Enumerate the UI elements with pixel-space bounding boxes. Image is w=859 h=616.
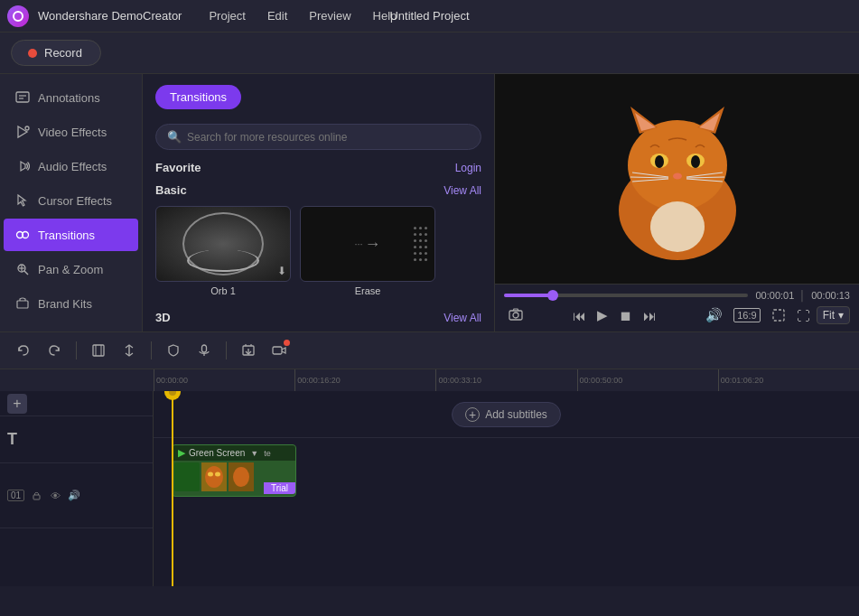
app-name: Wondershare DemoCreator <box>38 9 182 23</box>
effect-erase[interactable]: ··· → Erase <box>300 206 435 296</box>
svg-rect-45 <box>33 495 40 499</box>
favorite-section-title: Favorite <box>155 161 201 174</box>
stop-button[interactable]: ⏹ <box>614 305 637 326</box>
transitions-tab[interactable]: Transitions <box>155 85 241 109</box>
pan-zoom-icon <box>14 261 31 277</box>
playback-controls-group: ⏮ ▶ ⏹ ⏭ <box>568 304 661 326</box>
svg-point-32 <box>513 313 518 318</box>
clip-thumb-3 <box>229 462 254 491</box>
record2-button[interactable] <box>266 338 292 363</box>
add-track-button[interactable]: + <box>7 394 27 414</box>
project-title: Untitled Project <box>389 9 469 23</box>
text-track-icon: T <box>7 430 17 449</box>
ruler-mark-4: 00:01:06:20 <box>718 369 859 391</box>
video-track-row: ▶ Green Screen ▼ te Trial <box>154 438 859 503</box>
cat-image <box>578 93 777 265</box>
3d-view-all-btn[interactable]: View All <box>444 312 481 324</box>
toolbar-sep-1 <box>76 341 77 359</box>
progress-track[interactable] <box>504 294 748 297</box>
basic-section-title: Basic <box>155 183 187 197</box>
crop-tool-button[interactable] <box>86 338 111 363</box>
play-button[interactable]: ▶ <box>593 304 612 326</box>
ruler-mark-0: 00:00:00 <box>154 369 294 391</box>
playhead[interactable] <box>172 391 173 586</box>
erase-dots <box>414 227 427 261</box>
add-subtitle-button[interactable]: + Add subtitles <box>452 402 561 427</box>
fit-select[interactable]: Fit ▾ <box>817 306 850 324</box>
crop-button[interactable] <box>767 305 790 325</box>
clip-header: ▶ Green Screen ▼ te <box>173 445 295 461</box>
total-time: 00:00:13 <box>811 290 850 301</box>
audio-track-button[interactable]: 🔊 <box>66 488 82 504</box>
svg-point-23 <box>673 173 682 180</box>
timeline-area: 00:00:00 00:00:16:20 00:00:33:10 00:00:5… <box>0 369 859 586</box>
sidebar-item-annotations-label: Annotations <box>38 91 100 105</box>
sidebar-item-video-effects[interactable]: Video Effects <box>4 116 138 148</box>
basic-view-all-btn[interactable]: View All <box>444 184 481 197</box>
sidebar-item-cursor-effects-label: Cursor Effects <box>38 194 112 208</box>
svg-point-30 <box>650 201 705 252</box>
subtitle-track-label: T <box>0 416 153 463</box>
current-time: 00:00:01 <box>755 290 794 301</box>
orb-arc <box>187 249 259 272</box>
undo-button[interactable] <box>11 338 36 363</box>
sidebar-item-pan-zoom[interactable]: Pan & Zoom <box>4 253 138 285</box>
effect-orb1[interactable]: ⬇ Orb 1 <box>155 206 291 296</box>
search-bar[interactable]: 🔍 <box>155 124 481 150</box>
menu-project[interactable]: Project <box>200 5 254 26</box>
clip-options: te <box>264 449 271 458</box>
favorite-login-btn[interactable]: Login <box>455 162 481 174</box>
orb1-thumb: ⬇ <box>155 206 291 282</box>
fit-label: Fit <box>823 309 835 322</box>
toolbar-sep-2 <box>151 341 152 359</box>
eye-track-button[interactable]: 👁 <box>47 488 63 504</box>
svg-point-21 <box>655 155 664 168</box>
sidebar-item-brand-kits[interactable]: Brand Kits <box>4 287 138 320</box>
menu-preview[interactable]: Preview <box>300 5 359 26</box>
ruler-mark-1: 00:00:16:20 <box>294 369 435 391</box>
annotations-icon <box>14 89 31 106</box>
svg-point-4 <box>25 126 29 130</box>
plus-circle-icon: + <box>465 407 480 422</box>
shield-button[interactable] <box>161 338 186 363</box>
clip-color-icon: ▶ <box>178 447 185 459</box>
toolbar-sep-3 <box>226 341 227 359</box>
orb1-label: Orb 1 <box>210 285 236 296</box>
sidebar-item-brand-kits-label: Brand Kits <box>38 297 92 311</box>
video-clip[interactable]: ▶ Green Screen ▼ te Trial <box>172 444 296 497</box>
skip-back-button[interactable]: ⏮ <box>568 305 591 326</box>
sidebar-item-transitions-label: Transitions <box>38 229 95 242</box>
skip-forward-button[interactable]: ⏭ <box>639 305 661 326</box>
mic-button[interactable] <box>191 338 217 363</box>
redo-button[interactable] <box>42 338 67 363</box>
svg-point-49 <box>215 472 220 477</box>
search-icon: 🔍 <box>167 130 182 144</box>
sidebar-item-annotations[interactable]: Annotations <box>4 81 138 114</box>
ruler-mark-2: 00:00:33:10 <box>435 369 576 391</box>
sidebar-item-audio-effects[interactable]: Audio Effects <box>4 150 138 182</box>
add-subtitle-label: Add subtitles <box>485 408 547 421</box>
sidebar-item-cursor-effects[interactable]: Cursor Effects <box>4 184 138 217</box>
menu-edit[interactable]: Edit <box>258 5 296 26</box>
ruler-marks: 00:00:00 00:00:16:20 00:00:33:10 00:00:5… <box>154 369 859 391</box>
lock-track-button[interactable] <box>28 488 44 504</box>
import-button[interactable] <box>236 338 261 363</box>
fullscreen-button[interactable]: ⛶ <box>792 305 815 326</box>
clip-menu: ▼ <box>250 449 258 458</box>
aspect-ratio-button[interactable]: 16:9 <box>729 305 764 325</box>
ruler-mark-3: 00:00:50:00 <box>577 369 718 391</box>
audio-effects-icon <box>14 158 31 174</box>
screenshot-button[interactable] <box>504 305 528 325</box>
record-button[interactable]: Record <box>11 40 101 66</box>
video-display <box>495 74 859 284</box>
split-button[interactable] <box>117 338 142 363</box>
search-input[interactable] <box>187 131 470 144</box>
sidebar-item-transitions[interactable]: Transitions <box>4 219 138 251</box>
svg-point-51 <box>233 467 249 487</box>
timeline-content: + Add subtitles ▶ Green Screen ▼ te <box>154 391 859 586</box>
toolbar <box>0 331 859 369</box>
svg-rect-44 <box>273 347 282 354</box>
volume-button[interactable]: 🔊 <box>701 304 727 326</box>
download-icon: ⬇ <box>277 265 286 277</box>
panel-header: Transitions <box>143 74 494 117</box>
